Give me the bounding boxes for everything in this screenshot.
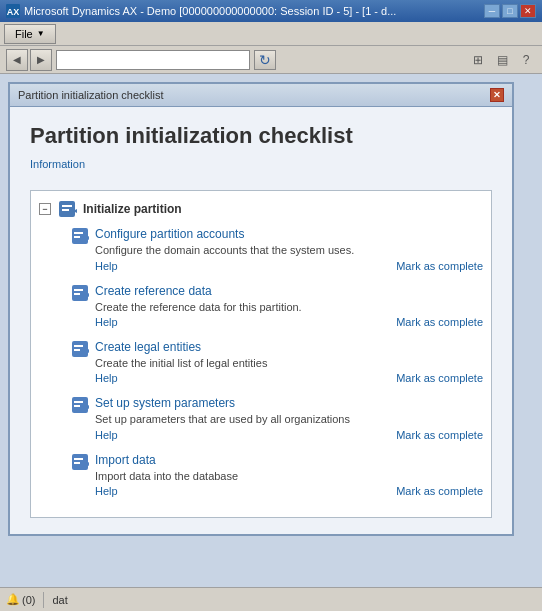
- task-icon-row: Create reference data Create the referen…: [71, 284, 483, 328]
- window-title: Microsoft Dynamics AX - Demo [0000000000…: [24, 5, 480, 17]
- file-menu[interactable]: File ▼: [4, 24, 56, 44]
- checklist-title-bar: Partition initialization checklist ✕: [10, 84, 512, 107]
- task-complete-0[interactable]: Mark as complete: [396, 260, 483, 272]
- svg-rect-19: [74, 401, 83, 403]
- task-title-3[interactable]: Set up system parameters: [95, 396, 235, 410]
- information-link[interactable]: Information: [30, 158, 85, 170]
- task-title-0[interactable]: Configure partition accounts: [95, 227, 244, 241]
- task-icon-0: [71, 227, 89, 245]
- help-icon[interactable]: ?: [516, 50, 536, 70]
- task-actions-3: Help Mark as complete: [95, 429, 483, 441]
- status-separator: [43, 592, 44, 608]
- task-actions-1: Help Mark as complete: [95, 316, 483, 328]
- task-actions-2: Help Mark as complete: [95, 372, 483, 384]
- status-session: dat: [52, 594, 67, 606]
- svg-rect-20: [74, 405, 80, 407]
- task-item: Import data Import data into the databas…: [71, 453, 483, 497]
- svg-rect-11: [74, 289, 83, 291]
- bell-icon: 🔔: [6, 593, 20, 606]
- section-icon: [57, 199, 77, 219]
- layout-icon[interactable]: ⊞: [468, 50, 488, 70]
- close-button[interactable]: ✕: [520, 4, 536, 18]
- go-button[interactable]: ↻: [254, 50, 276, 70]
- notification-count: (0): [22, 594, 35, 606]
- svg-rect-4: [62, 209, 69, 211]
- checklist-body: Partition initialization checklist Infor…: [10, 107, 512, 534]
- collapse-button[interactable]: −: [39, 203, 51, 215]
- file-menu-arrow: ▼: [37, 29, 45, 38]
- task-help-1[interactable]: Help: [95, 316, 118, 328]
- task-content-3: Set up system parameters Set up paramete…: [95, 396, 483, 440]
- back-button[interactable]: ◀: [6, 49, 28, 71]
- task-icon-row: Create legal entities Create the initial…: [71, 340, 483, 384]
- task-icon-4: [71, 453, 89, 471]
- view-icon[interactable]: ▤: [492, 50, 512, 70]
- page-title: Partition initialization checklist: [30, 123, 492, 149]
- session-label: dat: [52, 594, 67, 606]
- task-content-0: Configure partition accounts Configure t…: [95, 227, 483, 271]
- main-area: Partition initialization checklist ✕ Par…: [0, 74, 542, 587]
- minimize-button[interactable]: ─: [484, 4, 500, 18]
- app-icon: AX: [6, 4, 20, 18]
- task-help-0[interactable]: Help: [95, 260, 118, 272]
- task-icon-1: [71, 284, 89, 302]
- items-container: − Initialize partition: [30, 190, 492, 517]
- right-sidebar: [522, 74, 542, 587]
- task-description-4: Import data into the database: [95, 469, 483, 483]
- task-complete-1[interactable]: Mark as complete: [396, 316, 483, 328]
- status-bell-item: 🔔 (0): [6, 593, 35, 606]
- task-help-4[interactable]: Help: [95, 485, 118, 497]
- task-complete-4[interactable]: Mark as complete: [396, 485, 483, 497]
- task-title-4[interactable]: Import data: [95, 453, 156, 467]
- task-icon-3: [71, 396, 89, 414]
- task-help-3[interactable]: Help: [95, 429, 118, 441]
- address-bar[interactable]: [56, 50, 250, 70]
- svg-rect-16: [74, 349, 80, 351]
- svg-rect-15: [74, 345, 83, 347]
- nav-buttons: ◀ ▶: [6, 49, 52, 71]
- task-title-2[interactable]: Create legal entities: [95, 340, 201, 354]
- task-icon-row: Set up system parameters Set up paramete…: [71, 396, 483, 440]
- svg-rect-23: [74, 458, 83, 460]
- toolbar: ◀ ▶ ↻ ⊞ ▤ ?: [0, 46, 542, 74]
- section-title: Initialize partition: [83, 202, 182, 216]
- title-bar: AX Microsoft Dynamics AX - Demo [0000000…: [0, 0, 542, 22]
- task-content-2: Create legal entities Create the initial…: [95, 340, 483, 384]
- task-item: Create legal entities Create the initial…: [71, 340, 483, 384]
- task-description-0: Configure the domain accounts that the s…: [95, 243, 483, 257]
- task-content-4: Import data Import data into the databas…: [95, 453, 483, 497]
- task-complete-2[interactable]: Mark as complete: [396, 372, 483, 384]
- forward-button[interactable]: ▶: [30, 49, 52, 71]
- task-description-1: Create the reference data for this parti…: [95, 300, 483, 314]
- task-description-3: Set up parameters that are used by all o…: [95, 412, 483, 426]
- task-item: Configure partition accounts Configure t…: [71, 227, 483, 271]
- task-content-1: Create reference data Create the referen…: [95, 284, 483, 328]
- status-bar: 🔔 (0) dat: [0, 587, 542, 611]
- task-item: Set up system parameters Set up paramete…: [71, 396, 483, 440]
- menu-bar: File ▼: [0, 22, 542, 46]
- svg-text:AX: AX: [7, 7, 20, 17]
- maximize-button[interactable]: □: [502, 4, 518, 18]
- task-icon-2: [71, 340, 89, 358]
- section-header[interactable]: − Initialize partition: [39, 199, 483, 219]
- svg-rect-8: [74, 236, 80, 238]
- window-controls: ─ □ ✕: [484, 4, 536, 18]
- task-title-1[interactable]: Create reference data: [95, 284, 212, 298]
- task-actions-0: Help Mark as complete: [95, 260, 483, 272]
- checklist-window: Partition initialization checklist ✕ Par…: [8, 82, 514, 536]
- task-help-2[interactable]: Help: [95, 372, 118, 384]
- task-actions-4: Help Mark as complete: [95, 485, 483, 497]
- task-icon-row: Configure partition accounts Configure t…: [71, 227, 483, 271]
- file-menu-label: File: [15, 28, 33, 40]
- svg-rect-3: [62, 205, 72, 207]
- task-item: Create reference data Create the referen…: [71, 284, 483, 328]
- svg-rect-12: [74, 293, 80, 295]
- checklist-close-button[interactable]: ✕: [490, 88, 504, 102]
- task-icon-row: Import data Import data into the databas…: [71, 453, 483, 497]
- content-panel: Partition initialization checklist ✕ Par…: [0, 74, 522, 587]
- svg-rect-7: [74, 232, 83, 234]
- task-complete-3[interactable]: Mark as complete: [396, 429, 483, 441]
- task-description-2: Create the initial list of legal entitie…: [95, 356, 483, 370]
- svg-rect-24: [74, 462, 80, 464]
- checklist-window-title: Partition initialization checklist: [18, 89, 164, 101]
